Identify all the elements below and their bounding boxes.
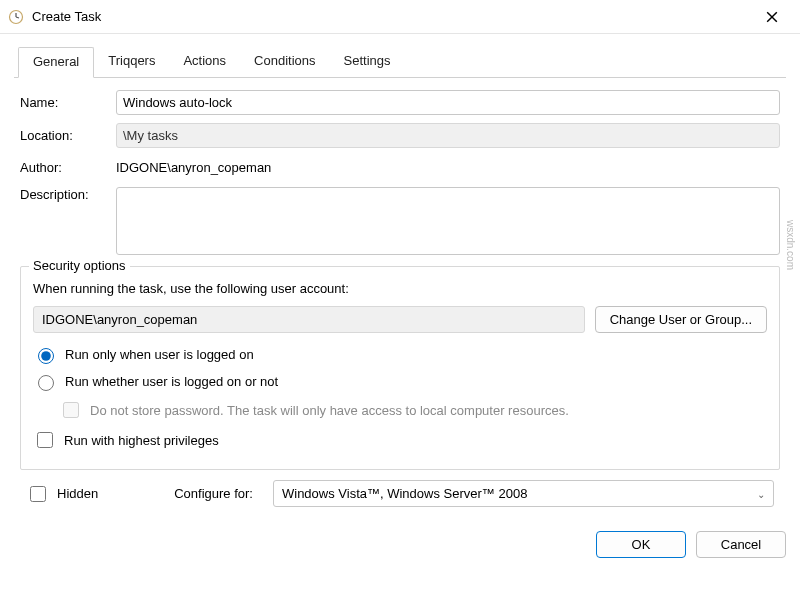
checkbox-hidden[interactable] <box>30 486 46 502</box>
checkbox-hidden-label: Hidden <box>57 486 98 501</box>
checkbox-highest-privileges[interactable] <box>37 432 53 448</box>
name-input[interactable] <box>116 90 780 115</box>
tab-conditions[interactable]: Conditions <box>240 47 329 78</box>
window-title: Create Task <box>32 9 752 24</box>
configure-for-label: Configure for: <box>174 486 253 501</box>
radio-run-logged-on[interactable] <box>38 348 54 364</box>
description-label: Description: <box>20 187 108 202</box>
security-options-group: Security options When running the task, … <box>20 266 780 470</box>
tab-content-general: Name: Location: \My tasks Author: IDGONE… <box>14 78 786 519</box>
configure-for-value: Windows Vista™, Windows Server™ 2008 <box>282 486 527 501</box>
tab-general[interactable]: General <box>18 47 94 78</box>
configure-for-select[interactable]: Windows Vista™, Windows Server™ 2008 ⌄ <box>273 480 774 507</box>
author-label: Author: <box>20 160 108 175</box>
chevron-down-icon: ⌄ <box>757 488 765 499</box>
radio-run-logged-on-label: Run only when user is logged on <box>65 347 254 362</box>
description-input[interactable] <box>116 187 780 255</box>
location-label: Location: <box>20 128 108 143</box>
security-account: IDGONE\anyron_copeman <box>33 306 585 333</box>
clock-icon <box>8 9 24 25</box>
dialog-buttons: OK Cancel <box>0 519 800 572</box>
change-user-button[interactable]: Change User or Group... <box>595 306 767 333</box>
ok-button[interactable]: OK <box>596 531 686 558</box>
radio-run-whether[interactable] <box>38 375 54 391</box>
tab-triggers[interactable]: Triqqers <box>94 47 169 78</box>
tab-bar: General Triqqers Actions Conditions Sett… <box>14 46 786 78</box>
tab-settings[interactable]: Settings <box>330 47 405 78</box>
name-label: Name: <box>20 95 108 110</box>
titlebar: Create Task <box>0 0 800 34</box>
checkbox-no-store-password <box>63 402 79 418</box>
security-instruction: When running the task, use the following… <box>33 281 767 296</box>
tab-actions[interactable]: Actions <box>169 47 240 78</box>
security-legend: Security options <box>29 258 130 273</box>
watermark: wsxdn.com <box>785 220 796 270</box>
cancel-button[interactable]: Cancel <box>696 531 786 558</box>
checkbox-no-store-password-label: Do not store password. The task will onl… <box>90 403 569 418</box>
radio-run-whether-label: Run whether user is logged on or not <box>65 374 278 389</box>
close-button[interactable] <box>752 2 792 32</box>
checkbox-highest-privileges-label: Run with highest privileges <box>64 433 219 448</box>
location-value: \My tasks <box>116 123 780 148</box>
author-value: IDGONE\anyron_copeman <box>116 156 780 179</box>
